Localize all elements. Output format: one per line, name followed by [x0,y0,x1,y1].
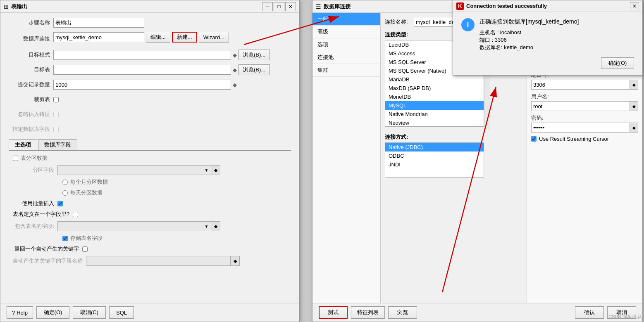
popup-port-value: : 3306 [492,37,507,43]
help-button[interactable]: ? Help [7,306,33,319]
monthly-radio[interactable] [62,180,68,185]
daily-radio[interactable] [62,190,68,196]
store-table-name-checkbox[interactable] [62,236,68,241]
browse-table-button[interactable]: 浏览(B)... [239,64,270,75]
field-containing-dropdown[interactable]: ▼ [202,221,211,231]
conn-method-label: 连接方式: [385,133,522,141]
specify-db-checkbox[interactable] [53,127,59,132]
auto-key-field-input[interactable] [86,256,231,266]
target-mode-input[interactable] [53,50,231,60]
partition-label: 表分区数据 [21,154,48,162]
popup-ok-button[interactable]: 确定(O) [601,57,634,69]
streaming-cursor-checkbox[interactable] [531,136,537,142]
conn-name-label: 连接名称: [385,18,414,26]
step-name-input[interactable] [53,18,144,28]
db-browse-button[interactable]: 浏览 [388,306,417,319]
password-input[interactable] [531,123,630,133]
ignore-insert-label: 忽略插入错误 [9,111,50,118]
truncate-checkbox[interactable] [53,97,59,102]
sidebar-item-advanced[interactable]: 高级 [312,26,380,38]
sidebar-item-general[interactable]: 一般 [312,13,380,26]
port-input-row: ◆ [531,80,638,90]
method-jndi[interactable]: JNDI [385,160,484,169]
tab-main[interactable]: 主选项 [9,139,37,150]
commit-size-input[interactable] [53,80,231,90]
popup-title-bar: K Connection tested successfully ✕ [453,0,642,12]
port-icon[interactable]: ◆ [630,80,638,90]
daily-partition-row: 每天分区数据 [62,189,287,197]
partition-field-input[interactable] [57,165,202,175]
feature-list-button[interactable]: 特征列表 [351,306,385,319]
edit-button[interactable]: 编辑... [146,32,170,43]
sidebar-item-options[interactable]: 选项 [312,38,380,51]
bulk-insert-checkbox[interactable] [57,201,63,206]
db-type-maxdb[interactable]: MaxDB (SAP DB) [385,84,484,92]
db-bottom-bar: 测试 特征列表 浏览 确认 取消 [312,303,642,322]
target-mode-label: 目标模式 [9,51,50,59]
popup-dbname-label: 数据库名: [479,44,503,50]
table-output-title-bar: ⊞ 表输出 ─ □ ✕ [0,0,299,13]
close-button[interactable]: ✕ [285,2,296,11]
table-output-title: 表输出 [11,3,262,10]
method-jdbc[interactable]: Native (JDBC) [385,143,484,152]
main-tab-content: 表分区数据 分区字段 ▼ ◆ 每个月分区数据 每天分区数据 [9,154,291,266]
auto-key-diamond[interactable]: ◆ [231,256,240,266]
user-input[interactable] [531,101,630,111]
user-icon[interactable]: ◆ [630,101,638,111]
cancel-button[interactable]: 取消(C) [73,306,106,319]
new-button[interactable]: 新建... [172,32,197,43]
target-mode-row: 目标模式 ◆ 浏览(B)... [9,49,291,61]
browse-mode-button[interactable]: 浏览(B)... [239,50,270,60]
streaming-cursor-row: Use Result Streaming Cursor [531,136,638,142]
test-button[interactable]: 测试 [319,306,348,319]
method-odbc[interactable]: ODBC [385,152,484,160]
db-type-native-mondrian[interactable]: Native Mondrian [385,110,484,118]
sql-button[interactable]: SQL [109,306,134,319]
ok-button[interactable]: 确定(O) [36,306,69,319]
streaming-cursor-label: Use Result Streaming Cursor [539,136,609,142]
step-name-label: 步骤名称 [9,19,50,26]
return-auto-key-checkbox[interactable] [82,246,88,252]
popup-ok-row: 确定(O) [461,57,634,69]
popup-close-button[interactable]: ✕ [630,2,639,10]
popup-title-text: Connection tested successfully [466,3,630,9]
db-type-mysql[interactable]: MySQL [385,101,484,110]
target-table-diamond: ◆ [233,67,237,73]
conn-method-list[interactable]: Native (JDBC) ODBC JNDI [385,142,484,178]
popup-dbname-value: kettle_demo [504,44,533,50]
truncate-label: 裁剪表 [9,96,50,103]
minimize-button[interactable]: ─ [262,2,273,11]
field-containing-icon[interactable]: ◆ [211,221,220,231]
maximize-button[interactable]: □ [274,2,284,11]
partition-field-icon[interactable]: ◆ [211,165,220,175]
partition-field-dropdown[interactable]: ▼ [202,165,211,175]
password-icon[interactable]: ◆ [630,123,638,133]
db-type-mariadb[interactable]: MariaDB [385,75,484,84]
popup-host-value: : localhost [497,29,522,36]
db-type-monetdb[interactable]: MonetDB [385,92,484,101]
bulk-insert-label: 使用批量插入 [13,200,54,207]
field-containing-input[interactable] [57,221,202,231]
sidebar-item-pool[interactable]: 连接池 [312,51,380,64]
success-popup: K Connection tested successfully ✕ i 正确连… [453,0,643,76]
monthly-label: 每个月分区数据 [70,178,108,186]
sidebar-item-cluster[interactable]: 集群 [312,64,380,77]
target-table-row: 目标表 ◆ 浏览(B)... [9,64,291,76]
db-ok-button[interactable]: 确认 [575,306,604,319]
partition-checkbox[interactable] [13,156,18,161]
password-label: 密码: [531,114,638,122]
table-name-field-label: 表名定义在一个字段里? [13,211,69,218]
popup-message: 正确连接到数据库[mysql_kettle_demo] 主机名 : localh… [479,18,579,51]
table-name-field-checkbox[interactable] [73,212,78,217]
port-input[interactable] [531,80,630,90]
db-type-neoview[interactable]: Neoview [385,118,484,127]
commit-size-row: 提交记录数量 ◆ [9,79,291,90]
db-conn-input[interactable] [53,32,144,42]
popup-host-row: 主机名 : localhost [479,29,579,36]
return-auto-key-row: 返回一个自动产生的关键字 [13,245,287,253]
tab-db-fields[interactable]: 数据库字段 [38,139,77,150]
wizard-button[interactable]: Wizard... [199,32,229,43]
target-table-input[interactable] [53,65,231,75]
auto-key-field-label: 自动产生的关键字的字段名称 [13,257,83,265]
ignore-insert-checkbox[interactable] [53,112,59,117]
